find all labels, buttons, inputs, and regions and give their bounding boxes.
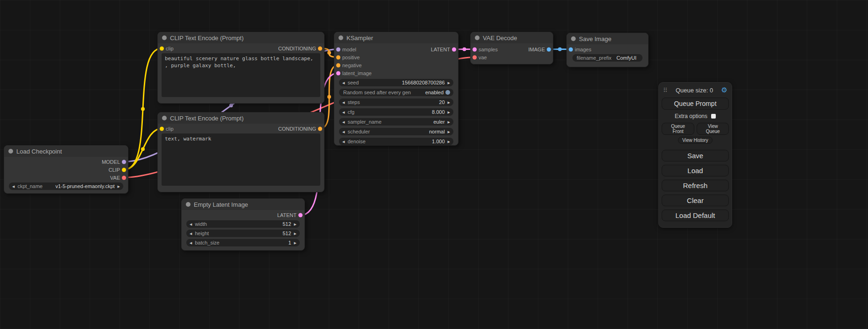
clear-button[interactable]: Clear bbox=[662, 195, 729, 206]
extra-options-checkbox[interactable] bbox=[711, 114, 716, 119]
negative-input-port[interactable] bbox=[336, 63, 340, 67]
toggle-knob-icon[interactable] bbox=[445, 90, 450, 95]
vae-input-port[interactable] bbox=[473, 55, 477, 59]
latent-image-input-port[interactable] bbox=[336, 71, 340, 75]
increment-arrow-icon[interactable]: ▶ bbox=[448, 81, 450, 84]
latent-output-port[interactable] bbox=[298, 213, 303, 217]
sampler-name-widget[interactable]: ◀ sampler_name euler ▶ bbox=[339, 118, 453, 126]
increment-arrow-icon[interactable]: ▶ bbox=[448, 130, 450, 133]
collapse-dot-icon[interactable] bbox=[571, 36, 576, 41]
batch-size-widget[interactable]: ◀ batch_size 1 ▶ bbox=[186, 239, 300, 246]
decrement-arrow-icon[interactable]: ◀ bbox=[342, 130, 345, 133]
output-label-clip: CLIP bbox=[109, 167, 120, 173]
decrement-arrow-icon[interactable]: ◀ bbox=[12, 185, 14, 188]
node-empty-latent-image[interactable]: Empty Latent Image LATENT ◀ width 512 ▶ … bbox=[181, 198, 305, 251]
node-title-bar[interactable]: Empty Latent Image bbox=[182, 199, 304, 210]
denoise-widget[interactable]: ◀ denoise 1.000 ▶ bbox=[339, 138, 453, 145]
cfg-widget[interactable]: ◀ cfg 8.000 ▶ bbox=[339, 108, 453, 116]
decrement-arrow-icon[interactable]: ◀ bbox=[342, 140, 345, 143]
node-load-checkpoint[interactable]: Load Checkpoint MODEL CLIP VAE ◀ ckpt_na… bbox=[4, 145, 128, 194]
queue-prompt-button[interactable]: Queue Prompt bbox=[662, 98, 729, 110]
decrement-arrow-icon[interactable]: ◀ bbox=[190, 232, 192, 235]
increment-arrow-icon[interactable]: ▶ bbox=[448, 101, 450, 104]
widget-label: batch_size bbox=[195, 240, 219, 245]
ckpt-name-widget[interactable]: ◀ ckpt_name v1-5-pruned-emaonly.ckpt ▶ bbox=[9, 182, 123, 190]
node-save-image[interactable]: Save Image images filename_prefix ComfyU… bbox=[566, 33, 649, 67]
queue-front-button[interactable]: Queue Front bbox=[662, 123, 694, 135]
load-default-button[interactable]: Load Default bbox=[662, 210, 729, 221]
width-widget[interactable]: ◀ width 512 ▶ bbox=[186, 220, 300, 228]
widget-value: 1 bbox=[288, 240, 291, 245]
node-title-bar[interactable]: Load Checkpoint bbox=[4, 146, 128, 157]
model-output-port[interactable] bbox=[122, 160, 126, 164]
model-input-port[interactable] bbox=[336, 47, 340, 51]
increment-arrow-icon[interactable]: ▶ bbox=[448, 120, 450, 124]
increment-arrow-icon[interactable]: ▶ bbox=[118, 185, 120, 188]
seed-widget[interactable]: ◀ seed 156680208700286 ▶ bbox=[339, 79, 453, 86]
load-button[interactable]: Load bbox=[662, 165, 729, 176]
settings-gear-icon[interactable]: ⚙ bbox=[721, 86, 727, 94]
collapse-dot-icon[interactable] bbox=[186, 202, 191, 207]
node-title-bar[interactable]: KSampler bbox=[334, 32, 458, 43]
latent-output-port[interactable] bbox=[452, 47, 456, 51]
node-clip-text-encode-negative[interactable]: CLIP Text Encode (Prompt) clip CONDITION… bbox=[157, 112, 325, 192]
collapse-dot-icon[interactable] bbox=[475, 35, 480, 40]
collapse-dot-icon[interactable] bbox=[162, 116, 167, 120]
widget-label: scheduler bbox=[347, 129, 370, 134]
view-history-button[interactable]: View History bbox=[678, 137, 712, 144]
view-queue-button[interactable]: View Queue bbox=[697, 123, 729, 135]
widget-label: sampler_name bbox=[347, 119, 381, 125]
conditioning-output-port[interactable] bbox=[318, 46, 322, 50]
node-clip-text-encode-positive[interactable]: CLIP Text Encode (Prompt) clip CONDITION… bbox=[157, 32, 325, 104]
decrement-arrow-icon[interactable]: ◀ bbox=[342, 120, 345, 124]
node-title-bar[interactable]: CLIP Text Encode (Prompt) bbox=[158, 32, 324, 43]
positive-input-port[interactable] bbox=[336, 55, 340, 59]
node-title-bar[interactable]: VAE Decode bbox=[471, 32, 553, 43]
vae-output-port[interactable] bbox=[122, 175, 126, 180]
widget-value: v1-5-pruned-emaonly.ckpt bbox=[56, 183, 115, 189]
scheduler-widget[interactable]: ◀ scheduler normal ▶ bbox=[339, 128, 453, 135]
filename-prefix-widget[interactable]: filename_prefix ComfyUI bbox=[572, 54, 642, 62]
images-input-port[interactable] bbox=[569, 47, 573, 51]
node-title-bar[interactable]: CLIP Text Encode (Prompt) bbox=[158, 112, 324, 124]
widget-value: normal bbox=[429, 129, 445, 134]
decrement-arrow-icon[interactable]: ◀ bbox=[190, 241, 192, 245]
increment-arrow-icon[interactable]: ▶ bbox=[448, 111, 450, 114]
increment-arrow-icon[interactable]: ▶ bbox=[294, 241, 296, 245]
save-button[interactable]: Save bbox=[662, 150, 729, 161]
port-row: latent_image bbox=[334, 69, 458, 77]
steps-widget[interactable]: ◀ steps 20 ▶ bbox=[339, 98, 453, 106]
widget-value: 20 bbox=[439, 99, 445, 105]
port-row: samples IMAGE bbox=[471, 45, 553, 53]
samples-input-port[interactable] bbox=[473, 47, 477, 51]
decrement-arrow-icon[interactable]: ◀ bbox=[342, 81, 345, 84]
prompt-textarea[interactable]: beautiful scenery nature glass bottle la… bbox=[162, 53, 320, 97]
port-row: model LATENT bbox=[334, 45, 458, 53]
image-output-port[interactable] bbox=[547, 47, 551, 51]
collapse-dot-icon[interactable] bbox=[162, 35, 167, 40]
conditioning-output-port[interactable] bbox=[318, 126, 322, 131]
decrement-arrow-icon[interactable]: ◀ bbox=[342, 101, 345, 104]
collapse-dot-icon[interactable] bbox=[339, 35, 343, 40]
clip-input-port[interactable] bbox=[160, 46, 164, 50]
clip-input-port[interactable] bbox=[160, 126, 164, 131]
decrement-arrow-icon[interactable]: ◀ bbox=[342, 111, 345, 114]
random-seed-toggle-widget[interactable]: Random seed after every gen enabled bbox=[339, 89, 453, 96]
collapse-dot-icon[interactable] bbox=[8, 149, 13, 154]
increment-arrow-icon[interactable]: ▶ bbox=[294, 232, 296, 235]
increment-arrow-icon[interactable]: ▶ bbox=[294, 223, 296, 226]
node-ksampler[interactable]: KSampler model LATENT positive negative … bbox=[334, 32, 459, 146]
height-widget[interactable]: ◀ height 512 ▶ bbox=[186, 230, 300, 237]
prompt-textarea[interactable]: text, watermark bbox=[162, 133, 320, 186]
menu-header: ⠿ Queue size: 0 ⚙ bbox=[662, 85, 729, 98]
increment-arrow-icon[interactable]: ▶ bbox=[448, 140, 450, 143]
widget-label: denoise bbox=[347, 139, 366, 144]
node-vae-decode[interactable]: VAE Decode samples IMAGE vae bbox=[470, 32, 553, 64]
node-title-bar[interactable]: Save Image bbox=[567, 33, 648, 44]
clip-output-port[interactable] bbox=[122, 168, 126, 172]
drag-handle-icon[interactable]: ⠿ bbox=[663, 87, 668, 94]
refresh-button[interactable]: Refresh bbox=[662, 180, 729, 191]
decrement-arrow-icon[interactable]: ◀ bbox=[190, 223, 192, 226]
graph-canvas[interactable]: Load Checkpoint MODEL CLIP VAE ◀ ckpt_na… bbox=[0, 0, 868, 329]
output-label-vae: VAE bbox=[110, 175, 120, 181]
